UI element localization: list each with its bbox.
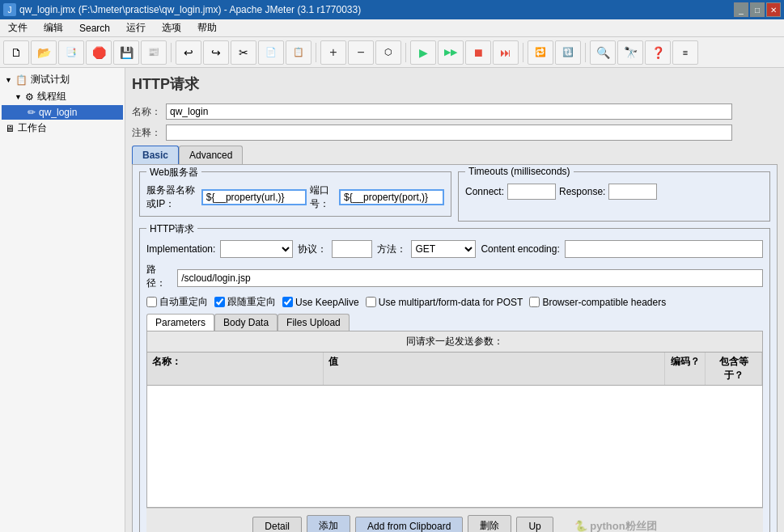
follow-redirect-label: 跟随重定向 [227, 295, 276, 309]
sidebar-item-workspace[interactable]: 🖥 工作台 [2, 120, 123, 137]
checkbox-multipart[interactable]: Use multipart/form-data for POST [366, 297, 523, 308]
menu-edit[interactable]: 编辑 [39, 19, 68, 36]
auto-redirect-label: 自动重定向 [159, 295, 208, 309]
copy-button[interactable]: 📄 [258, 40, 284, 65]
menu-file[interactable]: 文件 [3, 19, 32, 36]
paste-button[interactable]: 📋 [286, 40, 311, 65]
clear-button[interactable]: 🔁 [528, 40, 553, 65]
stop-button[interactable]: ⏹ [465, 40, 491, 65]
tab-parameters[interactable]: Parameters [146, 314, 214, 331]
comment-row: 注释： [132, 125, 778, 141]
window-controls[interactable]: _ □ ✕ [734, 2, 781, 17]
print-button[interactable]: 📰 [141, 40, 167, 65]
browser-compat-checkbox[interactable] [529, 297, 540, 307]
save-template-button[interactable]: 📑 [58, 40, 84, 65]
tab-files-upload[interactable]: Files Upload [278, 314, 350, 331]
menu-options[interactable]: 选项 [157, 19, 186, 36]
menu-help[interactable]: 帮助 [193, 19, 222, 36]
test-plan-icon: 📋 [15, 74, 28, 86]
response-label: Response: [559, 186, 605, 197]
play-button[interactable]: ▶ [410, 40, 436, 65]
remove-button[interactable]: − [348, 40, 374, 65]
close-button[interactable]: ✕ [766, 2, 781, 17]
sidebar-item-thread-group[interactable]: ▼ ⚙ 线程组 [2, 88, 123, 105]
web-server-box: Web服务器 服务器名称或IP： 端口号： [139, 171, 451, 217]
checkbox-follow-redirect[interactable]: 跟随重定向 [214, 295, 276, 309]
delete-button[interactable]: 删除 [468, 515, 511, 532]
checkbox-browser-compat[interactable]: Browser-compatible headers [529, 297, 666, 308]
open-button[interactable]: 📂 [31, 40, 57, 65]
col-include: 包含等于？ [706, 353, 762, 385]
extra-button[interactable]: ≡ [672, 40, 698, 65]
clear-all-button[interactable]: 🔃 [555, 40, 581, 65]
tab-basic[interactable]: Basic [132, 146, 179, 164]
comment-input[interactable] [166, 125, 732, 141]
stop-red-button[interactable]: 🛑 [86, 40, 112, 65]
add-clipboard-button[interactable]: Add from Clipboard [355, 517, 463, 533]
tab-body-data[interactable]: Body Data [214, 314, 278, 331]
main-layout: ▼ 📋 测试计划 ▼ ⚙ 线程组 ✏ qw_login 🖥 工作台 HTTP请求… [0, 68, 784, 532]
path-label: 路径： [146, 263, 174, 290]
menu-run[interactable]: 运行 [121, 19, 150, 36]
separator-1 [171, 43, 172, 62]
separator-4 [523, 43, 523, 62]
protocol-input[interactable] [332, 240, 372, 258]
path-input[interactable] [177, 269, 763, 287]
timeouts-box: Timeouts (milliseconds) Connect: Respons… [458, 171, 770, 222]
server-timeouts-row: Web服务器 服务器名称或IP： 端口号： Timeouts (millisec… [139, 171, 770, 222]
minimize-button[interactable]: _ [734, 2, 748, 17]
name-label: 名称： [132, 105, 161, 119]
search-button[interactable]: 🔍 [590, 40, 616, 65]
browser-compat-label: Browser-compatible headers [542, 297, 666, 308]
up-button[interactable]: Up [516, 517, 553, 533]
stop-now-button[interactable]: ⏭ [493, 40, 519, 65]
sidebar-item-test-plan[interactable]: ▼ 📋 测试计划 [2, 71, 123, 88]
name-input[interactable] [166, 103, 732, 120]
cut-button[interactable]: ✂ [231, 40, 256, 65]
add-param-button[interactable]: 添加 [307, 515, 350, 532]
response-input[interactable] [608, 184, 657, 200]
impl-select[interactable]: HttpClient4 Java [220, 240, 293, 258]
keepalive-checkbox[interactable] [282, 297, 293, 307]
basic-tab-content: Web服务器 服务器名称或IP： 端口号： Timeouts (millisec… [132, 164, 778, 532]
checkbox-keepalive[interactable]: Use KeepAlive [282, 297, 359, 308]
app-icon: J [3, 3, 16, 16]
multipart-label: Use multipart/form-data for POST [379, 297, 523, 308]
follow-redirect-checkbox[interactable] [214, 297, 225, 307]
auto-redirect-checkbox[interactable] [146, 297, 157, 307]
port-input[interactable] [339, 189, 444, 205]
zoom-button[interactable]: 🔭 [617, 40, 643, 65]
window-title: qw_login.jmx (F:\Jmeter\practise\qw_logi… [19, 4, 361, 15]
thread-group-icon: ⚙ [25, 91, 34, 103]
expand-icon-2: ▼ [15, 93, 22, 101]
tab-advanced[interactable]: Advanced [179, 146, 243, 164]
timeouts-row: Connect: Response: [465, 184, 763, 200]
play-no-pause-button[interactable]: ▶▶ [438, 40, 464, 65]
save-button[interactable]: 💾 [113, 40, 139, 65]
sidebar: ▼ 📋 测试计划 ▼ ⚙ 线程组 ✏ qw_login 🖥 工作台 [0, 68, 125, 532]
content-area: HTTP请求 名称： 注释： Basic Advanced Web服务器 [125, 68, 784, 532]
undo-button[interactable]: ↩ [176, 40, 201, 65]
help-button[interactable]: ❓ [645, 40, 671, 65]
sidebar-item-qw-login[interactable]: ✏ qw_login [2, 105, 123, 120]
comment-label: 注释： [132, 126, 161, 140]
browse-button[interactable]: ⬡ [375, 40, 401, 65]
menu-bar: 文件 编辑 Search 运行 选项 帮助 [0, 19, 784, 37]
new-button[interactable]: 🗋 [3, 40, 29, 65]
col-value: 值 [324, 353, 665, 385]
col-name: 名称： [147, 353, 324, 385]
add-button[interactable]: + [320, 40, 346, 65]
redo-button[interactable]: ↪ [203, 40, 229, 65]
multipart-checkbox[interactable] [366, 297, 376, 307]
encoding-input[interactable] [565, 240, 763, 258]
connect-input[interactable] [507, 184, 556, 200]
maximize-button[interactable]: □ [750, 2, 765, 17]
detail-button[interactable]: Detail [252, 517, 302, 533]
checkbox-auto-redirect[interactable]: 自动重定向 [146, 295, 208, 309]
menu-search[interactable]: Search [74, 21, 115, 36]
method-select[interactable]: GET POST PUT DELETE [411, 240, 476, 258]
server-name-input[interactable] [201, 189, 307, 205]
params-table-area: 同请求一起发送参数： 名称： 值 编码？ 包含等于？ [146, 331, 763, 508]
encoding-label: Content encoding: [481, 243, 559, 255]
protocol-label: 协议： [298, 243, 327, 256]
